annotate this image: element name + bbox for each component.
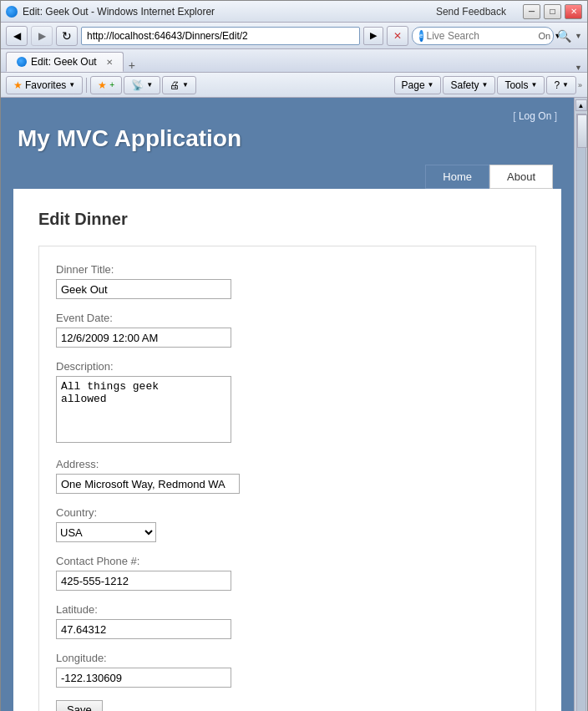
maximize-button[interactable]: □ <box>544 4 561 19</box>
feed-dropdown-icon[interactable]: ▼ <box>146 81 153 89</box>
save-button[interactable]: Save <box>56 700 103 711</box>
event-date-group: Event Date: <box>56 312 519 348</box>
tab-bar: Edit: Geek Out ✕ + ▼ <box>1 49 587 73</box>
close-button[interactable]: ✕ <box>565 4 582 19</box>
dinner-title-input[interactable] <box>56 279 231 299</box>
tab-label: Edit: Geek Out <box>31 56 97 68</box>
save-group: Save <box>56 700 519 711</box>
dinner-title-group: Dinner Title: <box>56 263 519 299</box>
new-tab-button[interactable]: + <box>125 58 139 72</box>
main-wrapper: [ Log On ] My MVC Application Home About… <box>1 98 587 711</box>
toolbar-separator <box>86 78 87 93</box>
help-dropdown-icon[interactable]: ▼ <box>562 81 569 89</box>
forward-button[interactable]: ▶ <box>31 26 53 46</box>
feeds-button[interactable]: 📡 ▼ <box>124 76 160 94</box>
search-bar: e On ▼ <box>412 27 554 45</box>
search-input[interactable] <box>427 30 535 42</box>
latitude-input[interactable] <box>56 619 231 639</box>
description-textarea[interactable]: All things geek allowed <box>56 376 231 443</box>
country-group: Country: USA Canada UK Australia <box>56 506 519 542</box>
phone-group: Contact Phone #: <box>56 555 519 591</box>
nav-tabs: Home About <box>18 165 557 189</box>
event-date-input[interactable] <box>56 328 231 348</box>
print-dropdown-icon[interactable]: ▼ <box>182 81 189 89</box>
toolbar: ★ Favorites ▼ ★ + 📡 ▼ 🖨 ▼ Page ▼ <box>1 73 587 98</box>
latitude-label: Latitude: <box>56 603 519 616</box>
send-feedback-link[interactable]: Send Feedback <box>436 6 506 18</box>
address-input[interactable] <box>56 474 240 494</box>
longitude-input[interactable] <box>56 668 231 688</box>
nav-bar: ◀ ▶ ↻ ▶ ✕ e On ▼ 🔍 ▼ <box>1 23 587 49</box>
latitude-group: Latitude: <box>56 603 519 639</box>
edit-dinner-form: Dinner Title: Event Date: Description: A… <box>38 246 536 711</box>
search-go-icon[interactable]: 🔍 <box>557 29 571 43</box>
safety-dropdown-icon[interactable]: ▼ <box>482 81 489 89</box>
back-button[interactable]: ◀ <box>6 26 28 46</box>
header-top: [ Log On ] <box>18 110 557 125</box>
phone-label: Contact Phone #: <box>56 555 519 567</box>
phone-input[interactable] <box>56 571 231 591</box>
about-tab[interactable]: About <box>489 165 553 189</box>
description-group: Description: All things geek allowed <box>56 360 519 445</box>
tools-dropdown-icon[interactable]: ▼ <box>530 81 537 89</box>
address-bar[interactable] <box>81 27 360 45</box>
favorites-dropdown-icon[interactable]: ▼ <box>68 81 75 89</box>
page-title: Edit Dinner <box>38 210 536 229</box>
country-select[interactable]: USA Canada UK Australia <box>56 522 156 542</box>
star-icon: ★ <box>13 79 23 91</box>
search-provider-icon: e <box>419 30 423 42</box>
toolbar-overflow-icon[interactable]: » <box>578 81 582 89</box>
add-icon: + <box>109 80 114 89</box>
longitude-label: Longitude: <box>56 652 519 664</box>
tab-close-icon[interactable]: ✕ <box>106 58 113 67</box>
minimize-button[interactable]: ─ <box>523 4 540 19</box>
scroll-thumb[interactable] <box>577 114 587 148</box>
safety-button[interactable]: Safety ▼ <box>443 76 495 94</box>
log-on-area: [ Log On ] <box>513 110 557 122</box>
scroll-up-button[interactable]: ▲ <box>575 99 587 111</box>
log-on-link[interactable]: Log On <box>519 110 551 122</box>
dinner-title-label: Dinner Title: <box>56 263 519 276</box>
browser-favicon <box>6 6 18 18</box>
event-date-label: Event Date: <box>56 312 519 324</box>
window-title: Edit: Geek Out - Windows Internet Explor… <box>23 6 215 18</box>
stop-button[interactable]: ✕ <box>387 26 408 46</box>
print-icon: 🖨 <box>170 79 180 91</box>
app-header: [ Log On ] My MVC Application Home About <box>1 98 574 189</box>
tools-button[interactable]: Tools ▼ <box>497 76 545 94</box>
country-label: Country: <box>56 506 519 519</box>
scrollbar[interactable]: ▲ ▼ <box>574 98 587 711</box>
add-to-favorites-button[interactable]: ★ + <box>90 76 122 94</box>
go-button[interactable]: ▶ <box>363 27 383 45</box>
tab-options-icon[interactable]: ▼ <box>575 63 582 72</box>
page-dropdown-icon[interactable]: ▼ <box>428 81 434 89</box>
search-on-label: On <box>539 31 551 41</box>
main-inner: [ Log On ] My MVC Application Home About… <box>1 98 574 711</box>
page-content: Edit Dinner Dinner Title: Event Date: De… <box>13 189 561 711</box>
add-favorites-icon: ★ <box>98 79 107 91</box>
tab-edit-geek-out[interactable]: Edit: Geek Out ✕ <box>6 52 124 72</box>
search-options-icon[interactable]: ▼ <box>575 32 582 40</box>
page-button[interactable]: Page ▼ <box>394 76 442 94</box>
app-title: My MVC Application <box>18 125 557 165</box>
favorites-button[interactable]: ★ Favorites ▼ <box>6 76 83 94</box>
description-label: Description: <box>56 360 519 373</box>
feed-icon: 📡 <box>131 79 144 91</box>
tab-favicon <box>17 57 27 67</box>
browser-window: Edit: Geek Out - Windows Internet Explor… <box>0 0 588 711</box>
print-button[interactable]: 🖨 ▼ <box>162 76 196 94</box>
title-bar: Edit: Geek Out - Windows Internet Explor… <box>1 1 587 23</box>
refresh-button[interactable]: ↻ <box>56 26 78 46</box>
home-tab[interactable]: Home <box>425 165 489 189</box>
address-group: Address: <box>56 458 519 494</box>
help-button[interactable]: ? ▼ <box>546 76 576 94</box>
longitude-group: Longitude: <box>56 652 519 688</box>
address-label: Address: <box>56 458 519 470</box>
scroll-track[interactable] <box>576 114 586 711</box>
